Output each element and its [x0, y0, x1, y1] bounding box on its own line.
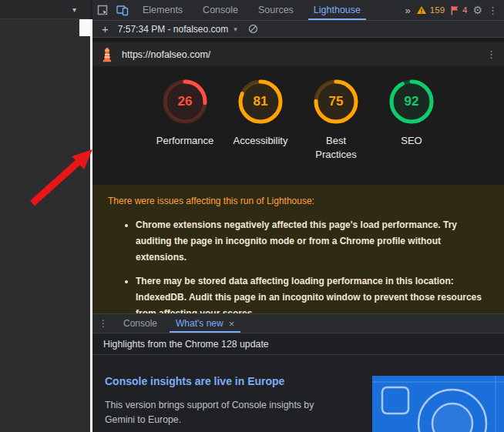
tab-lighthouse[interactable]: Lighthouse: [304, 0, 371, 20]
background-page-area: ▾: [0, 0, 90, 432]
score-label: Performance: [154, 134, 216, 148]
report-menu-icon[interactable]: ⋮: [486, 49, 496, 60]
close-icon[interactable]: ×: [229, 318, 235, 330]
chevron-down-icon[interactable]: ▾: [234, 25, 237, 33]
drawer-tab-console[interactable]: Console: [114, 314, 166, 333]
score-label: Accessibility: [230, 134, 291, 148]
report-run-selector[interactable]: 7:57:34 PM - nofalseo.com: [118, 24, 228, 35]
score-gauges: 26 Performance 81 Accessibility: [92, 79, 504, 162]
report-url-bar: https://nofalseo.com/ ⋮: [92, 42, 504, 66]
lighthouse-logo-icon: [100, 47, 114, 62]
devtools-tabbar: Elements Console Sources Lighthouse » 15…: [92, 0, 504, 21]
tab-console[interactable]: Console: [193, 0, 248, 20]
devtools-panel: Elements Console Sources Lighthouse » 15…: [92, 0, 504, 432]
warnings-heading: There were issues affecting this run of …: [108, 196, 492, 206]
gauge-best-practices[interactable]: 75 Best Practices: [302, 79, 370, 162]
article-title[interactable]: Console insights are live in Europe: [105, 375, 284, 387]
report-url[interactable]: https://nofalseo.com/: [122, 49, 210, 60]
error-count[interactable]: 4: [462, 5, 467, 15]
drawer-tab-whats-new[interactable]: What's new ×: [166, 314, 244, 333]
whats-new-header: Highlights from the Chrome 128 update: [92, 333, 504, 355]
gauge-performance[interactable]: 26 Performance: [151, 79, 219, 162]
drawer-tab-label: What's new: [176, 318, 223, 329]
gauge-seo[interactable]: 92 SEO: [378, 79, 445, 162]
score-value: 26: [162, 79, 208, 125]
chevron-down-icon[interactable]: ▾: [72, 5, 76, 14]
page-gap: [79, 19, 90, 36]
warning-item: Chrome extensions negatively affected th…: [136, 217, 492, 266]
warning-item: There may be stored data affecting loadi…: [136, 273, 492, 313]
lighthouse-report: https://nofalseo.com/ ⋮ 26 Performance: [92, 38, 504, 313]
drawer-toolbar: ⋮ Console What's new ×: [92, 313, 504, 333]
tab-sources[interactable]: Sources: [248, 0, 304, 20]
article-illustration: [372, 376, 504, 432]
warning-triangle-icon[interactable]: [416, 5, 427, 15]
drawer-menu-icon[interactable]: ⋮: [92, 314, 114, 333]
error-flag-icon[interactable]: [450, 5, 459, 15]
score-value: 81: [237, 79, 284, 125]
article-body: This version brings support of Console i…: [105, 398, 345, 427]
score-label: Best Practices: [305, 134, 367, 162]
gauge-accessibility[interactable]: 81 Accessibility: [227, 79, 294, 162]
clear-reports-icon[interactable]: [248, 24, 258, 34]
annotation-arrow: [22, 140, 99, 213]
score-value: 75: [313, 79, 359, 125]
lighthouse-toolbar: + 7:57:34 PM - nofalseo.com ▾: [92, 21, 504, 38]
new-report-icon[interactable]: +: [102, 22, 109, 35]
score-label: SEO: [381, 134, 442, 148]
devtools-menu-icon[interactable]: ⋮: [488, 5, 498, 16]
page-topbar: ▾: [0, 0, 90, 19]
tab-elements[interactable]: Elements: [133, 0, 193, 20]
tabbar-right-cluster: » 159 4 ⚙ ⋮: [400, 0, 504, 20]
screenshot-root: ▾ Elements Console Sources Lighthous: [0, 0, 504, 432]
inspect-element-icon[interactable]: [92, 0, 113, 20]
score-value: 92: [388, 79, 435, 125]
settings-gear-icon[interactable]: ⚙: [472, 4, 482, 16]
more-tabs-icon[interactable]: »: [405, 5, 411, 16]
devtools-drawer: ⋮ Console What's new × Highlights from t…: [92, 313, 504, 432]
warning-count[interactable]: 159: [430, 5, 445, 15]
warnings-list: Chrome extensions negatively affected th…: [108, 217, 492, 313]
whats-new-content: Console insights are live in Europe This…: [92, 355, 504, 432]
device-toolbar-icon[interactable]: [113, 0, 133, 20]
run-warnings: There were issues affecting this run of …: [92, 185, 504, 313]
